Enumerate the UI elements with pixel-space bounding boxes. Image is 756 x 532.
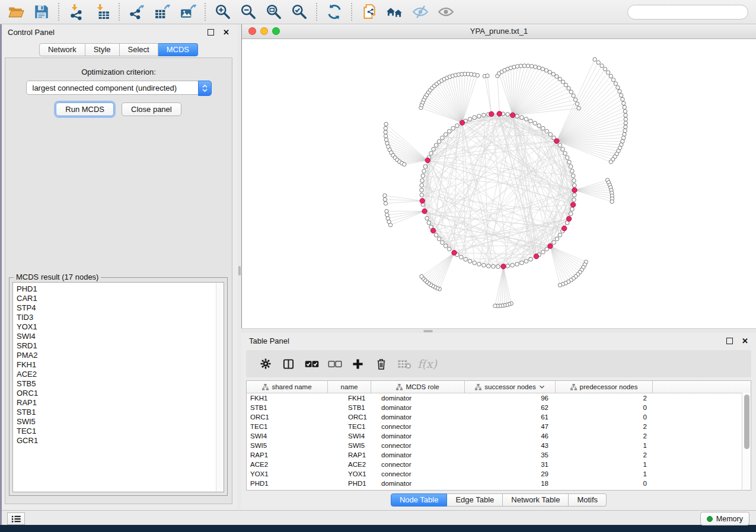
mcds-result-item[interactable]: TID3: [17, 313, 224, 322]
mcds-result-item[interactable]: YOX1: [17, 322, 224, 332]
mcds-result-item[interactable]: SWI5: [17, 417, 224, 427]
columns-button[interactable]: [277, 352, 300, 375]
dominator-node[interactable]: [554, 139, 559, 143]
mcds-result-item[interactable]: STB5: [17, 379, 224, 389]
tab-style[interactable]: Style: [85, 43, 120, 56]
scrollbar-thumb[interactable]: [744, 395, 749, 449]
zoom-fit-button[interactable]: [263, 2, 284, 23]
settings-button[interactable]: [254, 352, 277, 375]
float-panel-icon[interactable]: [726, 338, 733, 344]
clone-network-button[interactable]: [359, 2, 379, 23]
tab-edge-table[interactable]: Edge Table: [447, 493, 503, 507]
close-window-icon[interactable]: [248, 27, 256, 35]
deselect-all-button[interactable]: [323, 352, 346, 375]
dominator-node[interactable]: [422, 209, 427, 213]
tab-network-table[interactable]: Network Table: [503, 493, 569, 507]
close-panel-icon[interactable]: ✕: [742, 337, 748, 345]
table-row[interactable]: YOX1YOX1connector291: [247, 469, 742, 479]
run-mcds-button[interactable]: Run MCDS: [56, 102, 114, 116]
import-network-button[interactable]: [66, 2, 87, 23]
mcds-result-item[interactable]: PMA2: [17, 351, 224, 360]
select-all-button[interactable]: [300, 352, 323, 375]
dominator-node[interactable]: [562, 226, 567, 230]
column-header-shared-name[interactable]: shared name: [247, 381, 328, 393]
dominator-node[interactable]: [501, 264, 506, 268]
dominator-node[interactable]: [430, 228, 435, 233]
dominator-node[interactable]: [572, 188, 577, 193]
export-network-button[interactable]: [126, 2, 147, 23]
save-session-button[interactable]: [31, 2, 52, 23]
column-header-MCDS-role[interactable]: MCDS role: [371, 381, 465, 393]
export-table-button[interactable]: [152, 2, 173, 23]
zoom-in-button[interactable]: [212, 2, 233, 23]
tab-node-table[interactable]: Node Table: [391, 493, 448, 507]
dominator-node[interactable]: [425, 158, 430, 162]
table-row[interactable]: SWI4SWI4dominator462: [247, 431, 742, 441]
close-panel-icon[interactable]: ✕: [223, 28, 229, 36]
delete-row-button[interactable]: [369, 352, 393, 375]
dominator-node[interactable]: [497, 111, 502, 116]
tab-mcds[interactable]: MCDS: [158, 43, 198, 56]
mcds-result-item[interactable]: FKH1: [17, 360, 224, 370]
dominator-node[interactable]: [460, 120, 464, 125]
table-row[interactable]: ORC1ORC1dominator610: [247, 412, 742, 422]
column-header-predecessor-nodes[interactable]: predecessor nodes: [556, 381, 653, 393]
mcds-result-item[interactable]: CAR1: [17, 294, 224, 303]
mcds-result-item[interactable]: ORC1: [17, 389, 224, 398]
horizontal-splitter[interactable]: [241, 328, 756, 333]
mcds-result-item[interactable]: STB1: [17, 408, 224, 417]
refresh-button[interactable]: [324, 2, 344, 23]
hide-selected-button[interactable]: [410, 2, 430, 23]
column-header-name[interactable]: name: [328, 381, 371, 393]
open-file-button[interactable]: [5, 2, 26, 23]
minimize-window-icon[interactable]: [260, 27, 268, 35]
tab-network[interactable]: Network: [39, 43, 85, 56]
criterion-dropdown[interactable]: largest connected component (undirected): [26, 81, 212, 95]
tab-select[interactable]: Select: [120, 43, 158, 56]
table-row[interactable]: RAP1RAP1dominator352: [247, 450, 742, 460]
network-canvas[interactable]: [242, 39, 756, 328]
dominator-node[interactable]: [420, 198, 425, 203]
column-header-successor-nodes[interactable]: successor nodes: [465, 381, 556, 393]
dominator-node[interactable]: [548, 243, 553, 248]
tab-motifs[interactable]: Motifs: [569, 493, 607, 507]
network-window-titlebar[interactable]: YPA_prune.txt_1: [242, 24, 756, 39]
mcds-result-item[interactable]: RAP1: [17, 398, 224, 408]
table-scrollbar[interactable]: [742, 393, 751, 490]
close-panel-button[interactable]: Close panel: [122, 102, 181, 116]
mcds-result-item[interactable]: PHD1: [17, 284, 224, 294]
zoom-out-button[interactable]: [238, 2, 259, 23]
memory-button[interactable]: Memory: [700, 512, 749, 525]
dominator-node[interactable]: [510, 113, 515, 117]
show-all-button[interactable]: [435, 2, 456, 23]
dominator-node[interactable]: [452, 250, 457, 255]
dominator-node[interactable]: [566, 216, 571, 221]
task-history-button[interactable]: [7, 512, 25, 525]
table-row[interactable]: PHD1PHD1dominator180: [247, 479, 742, 488]
mcds-result-item[interactable]: STP4: [17, 303, 224, 313]
table-row[interactable]: FKH1FKH1dominator962: [247, 393, 742, 403]
mcds-result-item[interactable]: ACE2: [17, 370, 224, 379]
mcds-result-item[interactable]: GCR1: [17, 436, 224, 446]
mcds-list-scrollbar[interactable]: [216, 283, 224, 492]
table-row[interactable]: SWI5SWI5connector431: [247, 441, 742, 450]
dominator-node[interactable]: [534, 254, 538, 259]
add-row-button[interactable]: [346, 352, 369, 375]
search-input[interactable]: [636, 7, 743, 17]
table-row[interactable]: TEC1TEC1connector472: [247, 422, 742, 431]
node-table: shared namenameMCDS rolesuccessor nodesp…: [246, 380, 751, 491]
vertical-splitter[interactable]: [237, 24, 241, 510]
import-table-button[interactable]: [91, 2, 112, 23]
table-row[interactable]: ACE2ACE2connector311: [247, 460, 742, 469]
dominator-node[interactable]: [570, 202, 575, 207]
maximize-window-icon[interactable]: [272, 27, 280, 35]
float-panel-icon[interactable]: [208, 29, 214, 36]
export-image-button[interactable]: [177, 2, 198, 23]
zoom-selected-button[interactable]: [289, 2, 310, 23]
table-row[interactable]: STB1STB1dominator620: [247, 403, 742, 412]
mcds-result-item[interactable]: SWI4: [17, 332, 224, 341]
first-neighbors-button[interactable]: [384, 2, 405, 23]
dominator-node[interactable]: [489, 111, 494, 116]
mcds-result-item[interactable]: TEC1: [17, 427, 224, 436]
mcds-result-item[interactable]: SRD1: [17, 341, 224, 351]
